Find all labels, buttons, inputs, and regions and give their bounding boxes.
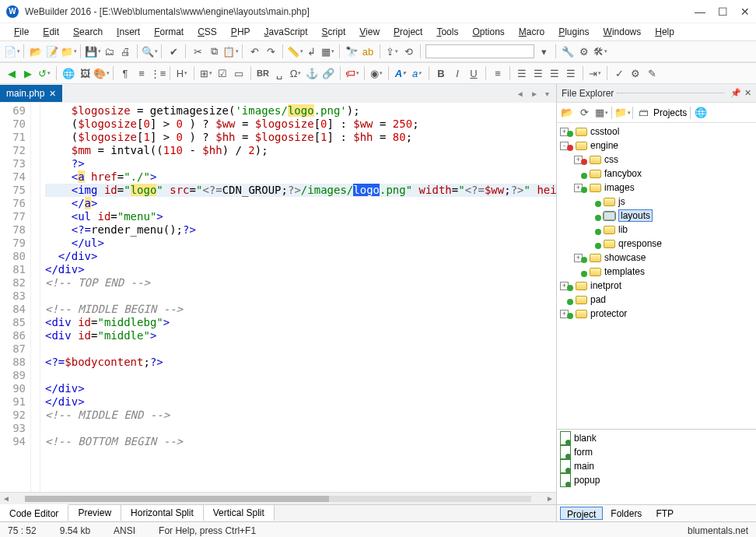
palette-icon[interactable]: ◉ <box>369 66 383 80</box>
close-tab-icon[interactable]: ✕ <box>49 89 56 99</box>
list-ul-icon[interactable]: ⋮≡ <box>151 66 165 80</box>
heading-icon[interactable]: H <box>175 66 189 80</box>
minimize-button[interactable]: — <box>695 5 705 18</box>
tool1-icon[interactable]: 🔧 <box>561 44 575 58</box>
explorer-tab-ftp[interactable]: FTP <box>649 507 680 520</box>
menu-php[interactable]: PHP <box>225 25 257 39</box>
menu-macro[interactable]: Macro <box>513 25 551 39</box>
picture-icon[interactable]: 🖼 <box>78 66 92 80</box>
tree-node-css[interactable]: +css <box>557 153 756 167</box>
link-icon[interactable]: 🔗 <box>321 66 335 80</box>
menu-help[interactable]: Help <box>649 25 681 39</box>
tree-node-csstool[interactable]: +csstool <box>557 125 756 139</box>
globe2-icon[interactable]: 🌐 <box>694 106 708 120</box>
file-main[interactable]: main <box>560 459 753 473</box>
ruler-icon[interactable]: 📏 <box>288 44 302 58</box>
justify-center-icon[interactable]: ☰ <box>531 66 545 80</box>
redo-icon[interactable]: ↷ <box>264 44 278 58</box>
anchor-icon[interactable]: ⚓ <box>305 66 319 80</box>
close-panel-icon[interactable]: ✕ <box>744 88 751 98</box>
paste-icon[interactable]: 📋 <box>223 44 237 58</box>
tree-node-fancybox[interactable]: fancybox <box>557 167 756 181</box>
menu-tools[interactable]: Tools <box>430 25 464 39</box>
tree-node-pad[interactable]: pad <box>557 293 756 307</box>
globe-icon[interactable]: 🌐 <box>61 66 75 80</box>
open-project-icon[interactable]: 📂 <box>29 44 43 58</box>
validate-icon[interactable]: ✓ <box>612 66 626 80</box>
table-icon[interactable]: ⊞ <box>199 66 213 80</box>
menu-windows[interactable]: Windows <box>597 25 648 39</box>
sync-icon[interactable]: ⟲ <box>401 44 415 58</box>
font-icon[interactable]: A <box>394 66 408 80</box>
menu-script[interactable]: Script <box>316 25 352 39</box>
close-button[interactable]: ✕ <box>740 5 750 18</box>
menu-options[interactable]: Options <box>466 25 510 39</box>
spellcheck-icon[interactable]: ✔ <box>166 44 180 58</box>
pilcrow-icon[interactable]: ¶ <box>118 66 132 80</box>
print-icon[interactable]: 🖨 <box>118 44 132 58</box>
fontstyle-icon[interactable]: a <box>410 66 424 80</box>
tree-node-showcase[interactable]: +showcase <box>557 251 756 265</box>
file-popup[interactable]: popup <box>560 473 753 487</box>
tree-node-qresponse[interactable]: qresponse <box>557 237 756 251</box>
nbsp-icon[interactable]: ␣ <box>272 66 286 80</box>
tree-node-inetprot[interactable]: +inetprot <box>557 279 756 293</box>
bottom-tab-preview[interactable]: Preview <box>68 504 121 521</box>
div-icon[interactable]: ▭ <box>232 66 246 80</box>
edit-project-icon[interactable]: 📝 <box>45 44 59 58</box>
address-combo[interactable] <box>425 44 534 58</box>
bottom-tab-code-editor[interactable]: Code Editor <box>0 504 68 521</box>
menu-search[interactable]: Search <box>67 25 109 39</box>
projects-label[interactable]: Projects <box>653 107 687 118</box>
find-replace-icon[interactable]: ab <box>361 44 375 58</box>
code-editor[interactable]: 6970717273747576777879808182838485868788… <box>0 103 556 492</box>
open-file-icon[interactable]: 📁 <box>61 44 75 58</box>
undo-icon[interactable]: ↶ <box>247 44 261 58</box>
justify-left-icon[interactable]: ☰ <box>515 66 529 80</box>
tool3-icon[interactable]: 🛠 <box>593 44 607 58</box>
file-list[interactable]: blankformmainpopup <box>557 430 756 504</box>
projects-icon[interactable]: 🗃 <box>636 106 650 120</box>
copy-icon[interactable]: ⧉ <box>207 44 221 58</box>
addr-go-icon[interactable]: ▾ <box>537 44 551 58</box>
tree-node-templates[interactable]: templates <box>557 265 756 279</box>
back-icon[interactable]: ◀ <box>5 66 19 80</box>
justify-full-icon[interactable]: ☰ <box>564 66 578 80</box>
upload-icon[interactable]: ⇪ <box>385 44 399 58</box>
history-icon[interactable]: ↺ <box>37 66 51 80</box>
tag-icon[interactable]: 🏷 <box>345 66 359 80</box>
save-icon[interactable]: 💾 <box>86 44 100 58</box>
list-ol-icon[interactable]: ≡ <box>135 66 149 80</box>
file-form[interactable]: form <box>560 445 753 459</box>
bold-icon[interactable]: B <box>434 66 448 80</box>
folder-tree[interactable]: +csstool-engine+cssfancybox+imagesjslayo… <box>557 123 756 430</box>
tree-node-protector[interactable]: +protector <box>557 307 756 321</box>
view-icon[interactable]: ▦ <box>594 106 608 120</box>
menu-format[interactable]: Format <box>148 25 190 39</box>
open-folder-icon[interactable]: 📁 <box>615 106 629 120</box>
binoculars-icon[interactable]: 🔭 <box>345 44 359 58</box>
form-icon[interactable]: ☑ <box>215 66 229 80</box>
explorer-tab-folders[interactable]: Folders <box>604 507 648 520</box>
omega-icon[interactable]: Ω <box>289 66 303 80</box>
forward-icon[interactable]: ▶ <box>21 66 35 80</box>
tree-node-layouts[interactable]: layouts <box>557 209 756 223</box>
menu-javascript[interactable]: JavaScript <box>258 25 314 39</box>
markup-icon[interactable]: ✎ <box>645 66 659 80</box>
align-left-icon[interactable]: ≡ <box>491 66 505 80</box>
tab-nav[interactable]: ◄ ► ▾ <box>512 90 556 98</box>
search-icon[interactable]: 🔍 <box>142 44 156 58</box>
menu-plugins[interactable]: Plugins <box>552 25 595 39</box>
tree-node-lib[interactable]: lib <box>557 223 756 237</box>
cut-icon[interactable]: ✂ <box>191 44 205 58</box>
menu-file[interactable]: File <box>8 25 35 39</box>
explorer-tab-project[interactable]: Project <box>560 507 603 520</box>
italic-icon[interactable]: I <box>450 66 464 80</box>
pin-icon[interactable]: 📌 <box>730 88 741 98</box>
menu-css[interactable]: CSS <box>191 25 223 39</box>
folder-up-icon[interactable]: 📂 <box>560 106 574 120</box>
brand-link[interactable]: blumentals.net <box>688 525 748 536</box>
tool2-icon[interactable]: ⚙ <box>577 44 591 58</box>
color-icon[interactable]: 🎨 <box>94 66 108 80</box>
br-icon[interactable]: BR <box>256 66 270 80</box>
